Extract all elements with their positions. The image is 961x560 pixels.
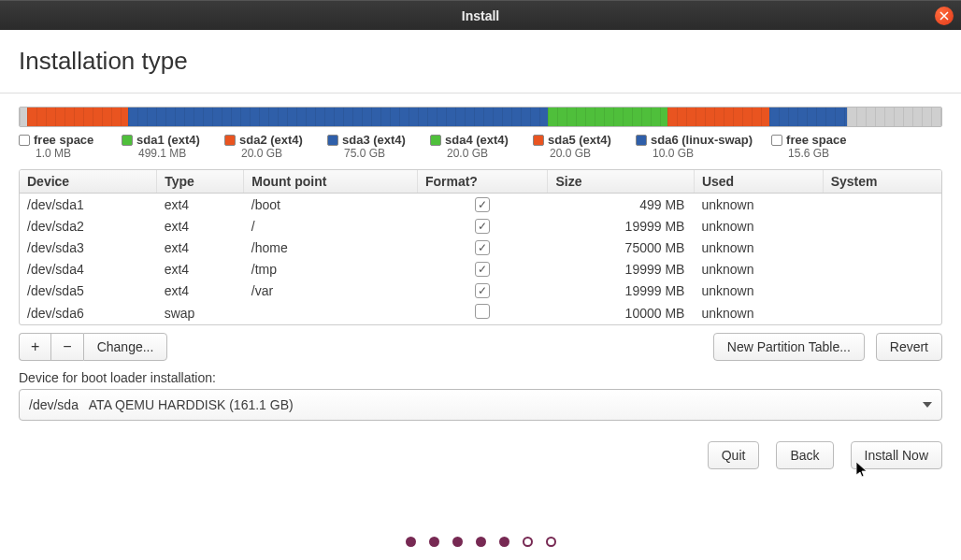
legend-label: free space (34, 133, 93, 147)
add-partition-button[interactable]: + (19, 333, 50, 361)
table-row[interactable]: /dev/sda4ext4/tmp✓19999 MBunknown (20, 258, 941, 280)
legend-swatch (19, 135, 30, 146)
legend-item: sda5 (ext4)20.0 GB (533, 133, 617, 160)
partition-bar[interactable] (19, 107, 942, 127)
format-checkbox[interactable] (475, 304, 490, 319)
chevron-down-icon (923, 402, 932, 408)
table-row[interactable]: /dev/sda1ext4/boot✓499 MBunknown (20, 194, 941, 216)
cell-device: /dev/sda5 (20, 280, 157, 301)
column-header[interactable]: Device (20, 170, 157, 194)
window-title: Install (462, 8, 499, 23)
legend-item: sda1 (ext4)499.1 MB (122, 133, 206, 160)
partition-legend: free space1.0 MBsda1 (ext4)499.1 MBsda2 … (19, 133, 942, 160)
column-header[interactable]: System (823, 170, 941, 194)
partition-segment[interactable] (769, 108, 848, 126)
format-checkbox[interactable]: ✓ (475, 197, 490, 212)
change-partition-button[interactable]: Change... (83, 333, 168, 361)
cell-size: 75000 MB (548, 237, 694, 258)
table-row[interactable]: /dev/sda2ext4/✓19999 MBunknown (20, 215, 941, 237)
partition-segment[interactable] (128, 108, 548, 126)
format-checkbox[interactable]: ✓ (475, 240, 490, 255)
bootloader-dropdown[interactable]: /dev/sda ATA QEMU HARDDISK (161.1 GB) (19, 389, 942, 421)
partition-segment[interactable] (667, 108, 768, 126)
cell-used: unknown (694, 194, 823, 216)
legend-size: 499.1 MB (138, 147, 206, 160)
partition-segment[interactable] (27, 108, 128, 126)
legend-size: 10.0 GB (653, 147, 753, 160)
quit-button[interactable]: Quit (708, 441, 760, 469)
cell-device: /dev/sda6 (20, 301, 157, 324)
format-checkbox[interactable]: ✓ (475, 219, 490, 234)
legend-size: 20.0 GB (550, 147, 617, 160)
table-row[interactable]: /dev/sda6swap10000 MBunknown (20, 301, 941, 324)
cell-mount: / (244, 215, 418, 237)
cell-system (823, 258, 941, 280)
partition-segment[interactable] (847, 108, 941, 126)
back-button[interactable]: Back (776, 441, 833, 469)
legend-label: sda4 (ext4) (445, 133, 509, 147)
remove-partition-button[interactable]: − (50, 333, 82, 361)
partition-table-container: DeviceTypeMount pointFormat?SizeUsedSyst… (19, 169, 942, 325)
column-header[interactable]: Size (548, 170, 694, 194)
cell-type: ext4 (157, 194, 244, 216)
cell-type: ext4 (157, 237, 244, 258)
divider (0, 93, 961, 93)
cell-type: ext4 (157, 215, 244, 237)
step-dot (523, 537, 533, 547)
step-dot (429, 537, 439, 547)
partition-segment[interactable] (548, 108, 667, 126)
column-header[interactable]: Mount point (244, 170, 418, 194)
cell-used: unknown (694, 237, 823, 258)
step-dot (499, 537, 509, 547)
cell-system (823, 280, 941, 301)
legend-swatch (533, 135, 544, 146)
wizard-actions: Quit Back Install Now (19, 441, 942, 469)
cell-type: ext4 (157, 258, 244, 280)
legend-item: free space1.0 MB (19, 133, 103, 160)
legend-label: free space (786, 133, 846, 147)
legend-size: 15.6 GB (788, 147, 855, 160)
legend-item: sda4 (ext4)20.0 GB (430, 133, 514, 160)
close-button[interactable] (935, 7, 954, 25)
cell-system (823, 194, 941, 216)
legend-swatch (122, 135, 133, 146)
cell-used: unknown (694, 280, 823, 301)
table-row[interactable]: /dev/sda3ext4/home✓75000 MBunknown (20, 237, 941, 258)
cell-mount: /tmp (244, 258, 418, 280)
partition-segment[interactable] (20, 108, 27, 126)
legend-size: 1.0 MB (36, 147, 103, 160)
bootloader-value: /dev/sda ATA QEMU HARDDISK (161.1 GB) (29, 397, 294, 412)
revert-button[interactable]: Revert (876, 333, 942, 361)
partition-table[interactable]: DeviceTypeMount pointFormat?SizeUsedSyst… (20, 170, 941, 324)
legend-size: 75.0 GB (344, 147, 411, 160)
format-checkbox[interactable]: ✓ (475, 283, 490, 298)
legend-item: sda3 (ext4)75.0 GB (327, 133, 411, 160)
new-partition-table-button[interactable]: New Partition Table... (713, 333, 865, 361)
cell-format: ✓ (417, 237, 548, 258)
cell-mount (244, 301, 418, 324)
cell-mount: /home (244, 237, 418, 258)
step-dot (406, 537, 416, 547)
table-row[interactable]: /dev/sda5ext4/var✓19999 MBunknown (20, 280, 941, 301)
legend-item: sda2 (ext4)20.0 GB (224, 133, 308, 160)
legend-swatch (327, 135, 338, 146)
close-icon (939, 11, 949, 21)
format-checkbox[interactable]: ✓ (475, 262, 490, 277)
legend-label: sda2 (ext4) (239, 133, 303, 147)
legend-label: sda5 (ext4) (548, 133, 611, 147)
column-header[interactable]: Used (694, 170, 823, 194)
cell-system (823, 301, 941, 324)
install-now-button[interactable]: Install Now (851, 441, 942, 469)
column-header[interactable]: Type (157, 170, 244, 194)
cell-size: 19999 MB (548, 258, 694, 280)
legend-swatch (771, 135, 782, 146)
legend-swatch (430, 135, 441, 146)
step-dot (452, 537, 463, 547)
table-header-row: DeviceTypeMount pointFormat?SizeUsedSyst… (20, 170, 941, 194)
column-header[interactable]: Format? (417, 170, 548, 194)
cell-mount: /var (244, 280, 418, 301)
cell-device: /dev/sda1 (20, 194, 157, 216)
partition-actions-row: + − Change... New Partition Table... Rev… (19, 333, 942, 361)
legend-size: 20.0 GB (241, 147, 308, 160)
cell-used: unknown (694, 301, 823, 324)
